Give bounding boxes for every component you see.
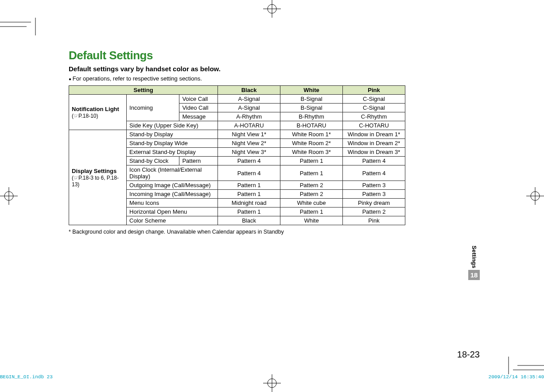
crop-mark-top-left bbox=[0, 18, 40, 35]
cell-value: Pattern 1 bbox=[218, 190, 280, 199]
cell-value: B-Rhythm bbox=[280, 112, 343, 121]
registration-mark-bottom bbox=[263, 374, 281, 392]
table-header-row: Setting Black White Pink bbox=[69, 86, 405, 95]
cell-value: Pattern 2 bbox=[280, 190, 343, 199]
cell-label: Horizontal Open Menu bbox=[127, 208, 218, 216]
side-tab-label: Settings bbox=[471, 246, 478, 268]
svg-point-6 bbox=[268, 4, 276, 13]
cell-value: White Room 3* bbox=[280, 148, 343, 157]
settings-table: Setting Black White Pink Notification Li… bbox=[69, 85, 405, 225]
cell-label: Color Scheme bbox=[127, 216, 218, 225]
cell-value: Pattern 1 bbox=[218, 208, 280, 216]
cell-value: Pattern 3 bbox=[343, 181, 405, 190]
section-display-settings: Display Settings (☞P.18-3 to 6, P.18-13) bbox=[69, 130, 127, 225]
footer-timestamp: 2009/12/14 16:35:40 bbox=[489, 374, 544, 380]
svg-point-9 bbox=[268, 379, 276, 388]
cell-value: Pattern 4 bbox=[343, 157, 405, 165]
registration-mark-top bbox=[263, 0, 281, 18]
cell-label: Side Key (Upper Side Key) bbox=[127, 121, 218, 130]
col-white: White bbox=[280, 86, 343, 95]
section-notification-light: Notification Light (☞P.18-10) bbox=[69, 95, 127, 130]
cell-label: Pattern bbox=[179, 157, 218, 165]
cell-value: Night View 2* bbox=[218, 139, 280, 148]
cell-value: Pattern 4 bbox=[218, 157, 280, 165]
cell-value: Night View 1* bbox=[218, 130, 280, 139]
cell-value: Pattern 2 bbox=[280, 181, 343, 190]
page-title: Default Settings bbox=[69, 49, 405, 62]
cell-value: Black bbox=[218, 216, 280, 225]
cell-value: Pattern 1 bbox=[280, 208, 343, 216]
svg-point-15 bbox=[531, 192, 540, 200]
cell-incoming: Incoming bbox=[127, 95, 179, 121]
cell-value: Pattern 2 bbox=[343, 208, 405, 216]
cell-value: Window in Dream 1* bbox=[343, 130, 405, 139]
chapter-number: 18 bbox=[468, 270, 480, 280]
main-content: Default Settings Default settings vary b… bbox=[69, 49, 405, 235]
cell-value: Window in Dream 2* bbox=[343, 139, 405, 148]
cell-label: Menu Icons bbox=[127, 199, 218, 208]
cell-value: Pattern 3 bbox=[343, 190, 405, 199]
col-black: Black bbox=[218, 86, 280, 95]
cell-value: Pink bbox=[343, 216, 405, 225]
cell-value: Midnight road bbox=[218, 199, 280, 208]
cell-value: Window in Dream 3* bbox=[343, 148, 405, 157]
cell-value: Pattern 4 bbox=[343, 165, 405, 181]
cell-label: Stand-by Clock bbox=[127, 157, 179, 165]
col-pink: Pink bbox=[343, 86, 405, 95]
cell-value: Pinky dream bbox=[343, 199, 405, 208]
cell-label: Stand-by Display bbox=[127, 130, 218, 139]
cell-value: A-HOTARU bbox=[218, 121, 280, 130]
cell-value: Pattern 1 bbox=[280, 157, 343, 165]
subtitle: Default settings vary by handset color a… bbox=[69, 65, 405, 73]
cell-value: B-HOTARU bbox=[280, 121, 343, 130]
table-row: Notification Light (☞P.18-10) Incoming V… bbox=[69, 95, 405, 104]
cell-value: White Room 1* bbox=[280, 130, 343, 139]
cell-value: B-Signal bbox=[280, 95, 343, 104]
cell-value: C-Signal bbox=[343, 95, 405, 104]
cell-label: Message bbox=[179, 112, 218, 121]
cell-value: Pattern 1 bbox=[218, 181, 280, 190]
registration-mark-right bbox=[526, 187, 544, 205]
cell-value: B-Signal bbox=[280, 104, 343, 112]
cell-label: External Stand-by Display bbox=[127, 148, 218, 157]
table-row: Display Settings (☞P.18-3 to 6, P.18-13)… bbox=[69, 130, 405, 139]
cell-value: A-Signal bbox=[218, 95, 280, 104]
side-tab: Settings 18 bbox=[468, 246, 480, 280]
cell-value: A-Rhythm bbox=[218, 112, 280, 121]
cell-value: White Room 2* bbox=[280, 139, 343, 148]
cell-label: Voice Call bbox=[179, 95, 218, 104]
footer-filename: BEGIN_E_OI.indb 23 bbox=[0, 374, 53, 380]
intro-bullet: For operations, refer to respective sett… bbox=[69, 75, 405, 82]
cell-value: White cube bbox=[280, 199, 343, 208]
cell-value: White bbox=[280, 216, 343, 225]
col-setting: Setting bbox=[69, 86, 218, 95]
cell-label: Outgoing Image (Call/Message) bbox=[127, 181, 218, 190]
cell-value: A-Signal bbox=[218, 104, 280, 112]
footnote: * Background color and design change. Un… bbox=[69, 229, 405, 235]
cell-label: Icon Clock (Internal/External Display) bbox=[127, 165, 218, 181]
cell-value: Pattern 1 bbox=[280, 165, 343, 181]
cell-value: C-HOTARU bbox=[343, 121, 405, 130]
cell-value: Night View 3* bbox=[218, 148, 280, 157]
cell-value: Pattern 4 bbox=[218, 165, 280, 181]
svg-point-12 bbox=[4, 192, 13, 200]
cell-label: Video Call bbox=[179, 104, 218, 112]
cell-label: Stand-by Display Wide bbox=[127, 139, 218, 148]
crop-mark-bottom-right bbox=[504, 357, 544, 374]
page-number: 18-23 bbox=[457, 350, 480, 360]
cell-value: C-Rhythm bbox=[343, 112, 405, 121]
registration-mark-left bbox=[0, 187, 18, 205]
cell-value: C-Signal bbox=[343, 104, 405, 112]
cell-label: Incoming Image (Call/Message) bbox=[127, 190, 218, 199]
